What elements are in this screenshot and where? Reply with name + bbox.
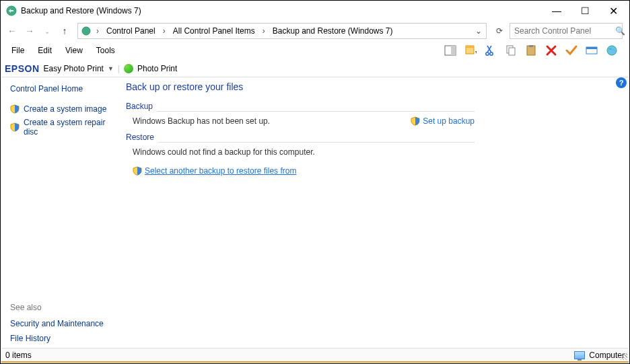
- menu-file[interactable]: File: [5, 44, 31, 57]
- computer-label: Computer: [589, 351, 625, 360]
- delete-icon[interactable]: [545, 44, 558, 57]
- backup-status-text: Windows Backup has not been set up.: [133, 116, 411, 126]
- control-panel-home-link[interactable]: Control Panel Home: [10, 84, 116, 94]
- sidebar: Control Panel Home Create a system image…: [1, 77, 122, 349]
- maximize-button[interactable]: ☐: [577, 5, 593, 16]
- svg-text:▾: ▾: [475, 49, 477, 55]
- computer-status[interactable]: Computer: [574, 351, 625, 360]
- svg-point-1: [82, 27, 90, 35]
- recent-dropdown[interactable]: ⌄: [40, 24, 55, 38]
- chevron-icon[interactable]: ›: [93, 26, 102, 36]
- shield-icon: [10, 122, 20, 132]
- shield-icon: [133, 166, 142, 176]
- create-repair-disc-label: Create a system repair disc: [24, 118, 116, 137]
- check-icon[interactable]: [565, 44, 578, 57]
- crumb-all-items[interactable]: All Control Panel Items: [170, 26, 258, 36]
- copy-icon[interactable]: [504, 44, 518, 57]
- address-bar: ← → ⌄ ↑ › Control Panel › All Control Pa…: [1, 21, 629, 41]
- svg-point-7: [486, 52, 489, 55]
- shield-icon: [10, 104, 20, 114]
- crumb-control-panel[interactable]: Control Panel: [104, 26, 158, 36]
- menu-view[interactable]: View: [59, 44, 90, 57]
- backup-section-title: Backup: [126, 102, 157, 111]
- help-icon[interactable]: ?: [616, 77, 627, 88]
- create-system-image-link[interactable]: Create a system image: [10, 104, 116, 114]
- svg-rect-3: [451, 46, 456, 55]
- path-dropdown[interactable]: ⌄: [474, 26, 483, 36]
- page-heading: Back up or restore your files: [126, 81, 475, 92]
- paste-icon[interactable]: [524, 44, 538, 57]
- up-button[interactable]: ↑: [57, 24, 72, 38]
- breadcrumb-bar[interactable]: › Control Panel › All Control Panel Item…: [77, 23, 487, 39]
- epson-toolbar: EPSON Easy Photo Print ▼ | Photo Print: [1, 60, 629, 77]
- divider: [158, 142, 475, 143]
- restore-section-title: Restore: [126, 133, 158, 142]
- svg-rect-14: [586, 47, 597, 49]
- preview-pane-icon[interactable]: [444, 44, 457, 57]
- svg-rect-12: [529, 45, 533, 47]
- view-options-icon[interactable]: ▾: [464, 44, 477, 57]
- items-count: 0 items: [5, 351, 32, 360]
- menu-edit[interactable]: Edit: [31, 44, 59, 57]
- cut-icon[interactable]: [484, 44, 497, 57]
- chevron-icon[interactable]: ›: [259, 26, 269, 36]
- set-up-backup-link[interactable]: Set up backup: [411, 116, 475, 126]
- window-title: Backup and Restore (Windows 7): [21, 6, 141, 15]
- epson-brand: EPSON: [5, 63, 40, 74]
- crumb-backup-restore[interactable]: Backup and Restore (Windows 7): [270, 26, 396, 36]
- minimize-button[interactable]: —: [549, 5, 565, 16]
- select-another-backup-link[interactable]: Select another backup to restore files f…: [133, 166, 296, 176]
- resize-handle[interactable]: [621, 353, 627, 360]
- svg-rect-11: [527, 46, 535, 55]
- app-icon: [6, 5, 17, 16]
- shield-icon: [411, 116, 420, 126]
- location-icon: [81, 26, 92, 36]
- create-system-image-label: Create a system image: [24, 104, 106, 114]
- menu-bar: File Edit View Tools ▾: [1, 41, 629, 60]
- help-globe-icon[interactable]: [605, 44, 619, 57]
- window-icon[interactable]: [585, 44, 598, 57]
- main-pane: ? Back up or restore your files Backup W…: [122, 77, 629, 349]
- search-input[interactable]: [514, 26, 615, 36]
- svg-point-8: [490, 52, 493, 55]
- easy-photo-print[interactable]: Easy Photo Print: [44, 64, 104, 73]
- restore-status-text: Windows could not find a backup for this…: [133, 147, 475, 157]
- toolbar-icons: ▾: [444, 44, 625, 57]
- status-bar: 0 items Computer: [1, 348, 629, 363]
- photo-print-icon: [124, 64, 133, 73]
- see-also-heading: See also: [10, 303, 116, 312]
- create-repair-disc-link[interactable]: Create a system repair disc: [10, 118, 116, 137]
- search-box[interactable]: 🔍: [510, 23, 623, 39]
- security-maintenance-link[interactable]: Security and Maintenance: [10, 319, 116, 328]
- refresh-button[interactable]: ⟳: [492, 26, 507, 36]
- set-up-backup-label: Set up backup: [423, 116, 475, 126]
- svg-point-15: [607, 46, 617, 55]
- svg-rect-5: [466, 46, 474, 48]
- select-another-backup-label: Select another backup to restore files f…: [145, 166, 296, 176]
- title-bar: Backup and Restore (Windows 7) — ☐ ✕: [1, 1, 629, 21]
- back-button[interactable]: ←: [5, 24, 20, 38]
- forward-button[interactable]: →: [22, 24, 37, 38]
- chevron-icon[interactable]: ›: [160, 26, 169, 36]
- close-button[interactable]: ✕: [605, 5, 621, 17]
- menu-tools[interactable]: Tools: [90, 44, 122, 57]
- file-history-link[interactable]: File History: [10, 334, 116, 343]
- svg-rect-10: [509, 48, 515, 55]
- photo-print[interactable]: Photo Print: [137, 64, 177, 73]
- search-icon[interactable]: 🔍: [615, 26, 625, 36]
- dropdown-icon[interactable]: ▼: [108, 65, 114, 72]
- computer-icon: [574, 351, 585, 359]
- divider: [157, 111, 475, 112]
